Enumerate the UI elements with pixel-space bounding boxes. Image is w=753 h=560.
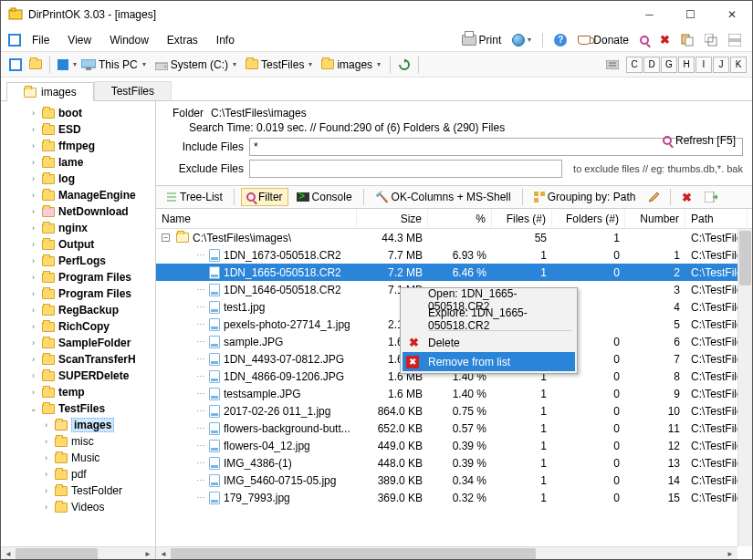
tool-copy[interactable] [677, 32, 697, 48]
ctx-delete[interactable]: ✖Delete [403, 333, 575, 352]
col-path[interactable]: Path [685, 209, 748, 228]
tree-node[interactable]: ›ffmpeg [3, 138, 153, 154]
tree-node[interactable]: ›SUPERDelete [3, 368, 153, 384]
drive-J[interactable]: J [713, 57, 729, 73]
tree-node[interactable]: ›PerfLogs [3, 253, 153, 269]
drive-I[interactable]: I [695, 57, 712, 73]
expand-icon[interactable]: ⌄ [28, 404, 38, 414]
donate-button[interactable]: Donate [574, 32, 633, 48]
tree-node[interactable]: ›Program Files [3, 285, 153, 302]
tool-magnify[interactable] [636, 34, 653, 47]
tool-delete[interactable]: ✖ [656, 31, 674, 48]
col-folders[interactable]: Folders (#) [552, 209, 625, 228]
tree-node[interactable]: ›boot [3, 105, 153, 121]
exclude-input[interactable] [249, 160, 562, 178]
table-row[interactable]: ⋯1DN_1673-050518.CR27.7 MB6.93 %101C:\Te… [156, 246, 752, 264]
tree-node[interactable]: ›Music [3, 450, 153, 466]
ctx-remove[interactable]: ✖Remove from list [403, 352, 575, 371]
minimize-button[interactable]: ─ [629, 1, 670, 28]
tree-node[interactable]: ›pdf [3, 466, 153, 482]
tree-node[interactable]: ›ManageEngine [3, 187, 153, 203]
grid-scroll-h[interactable]: ◄► [156, 546, 737, 560]
pathbar-up[interactable] [26, 58, 45, 70]
table-row[interactable]: ⋯testsample.JPG1.6 MB1.40 %109C:\TestFil… [156, 385, 752, 402]
tree-node[interactable]: ›lame [3, 154, 153, 171]
expand-icon[interactable]: › [28, 355, 38, 365]
print-button[interactable]: Print [458, 32, 506, 48]
tool-tile[interactable] [725, 32, 745, 48]
col-number[interactable]: Number [625, 209, 685, 228]
expand-icon[interactable]: › [41, 453, 51, 463]
expand-icon[interactable]: › [28, 289, 38, 299]
col-size[interactable]: Size [357, 209, 428, 228]
refresh-button[interactable]: Refresh [F5] [663, 134, 736, 147]
table-row[interactable]: ⋯IMG_5460-0715-05.jpg389.0 KB0.34 %1014C… [156, 472, 752, 489]
web-button[interactable]: ▾ [508, 32, 535, 48]
path-testfiles[interactable]: TestFiles▾ [243, 57, 317, 72]
table-row[interactable]: −C:\TestFiles\images\44.3 MB551C:\TestFi… [156, 229, 752, 246]
expand-icon[interactable]: › [28, 256, 38, 266]
expand-icon[interactable]: › [28, 125, 38, 135]
tree-node[interactable]: ›RichCopy [3, 318, 153, 335]
path-refresh[interactable] [395, 57, 413, 72]
expand-icon[interactable]: › [28, 306, 38, 316]
expand-icon[interactable]: › [41, 503, 51, 513]
tb-filter[interactable]: Filter [241, 188, 288, 206]
tree-node[interactable]: ›temp [3, 384, 153, 400]
tree-scroll-h[interactable]: ◄► [1, 546, 155, 560]
tree-node[interactable]: ›SampleFolder [3, 335, 153, 351]
table-row[interactable]: ⋯IMG_4386-(1)448.0 KB0.39 %1013C:\TestFi… [156, 454, 752, 472]
path-images[interactable]: images▾ [319, 57, 385, 72]
table-row[interactable]: ⋯179_7993.jpg369.0 KB0.32 %1015C:\TestFi… [156, 489, 752, 506]
expand-icon[interactable]: › [28, 240, 38, 250]
expand-icon[interactable]: › [28, 158, 38, 168]
collapse-icon[interactable]: − [162, 233, 170, 242]
tb-edit[interactable] [643, 190, 664, 204]
tree-node[interactable]: ›Videos [3, 499, 153, 515]
drive-C[interactable]: C [626, 57, 643, 73]
folder-tree[interactable]: ›boot›ESD›ffmpeg›lame›log›ManageEngine›N… [1, 101, 156, 560]
tree-node[interactable]: ›images [3, 417, 153, 433]
tree-node[interactable]: ›Program Files [3, 269, 153, 285]
table-row[interactable]: ⋯2017-02-26 011_1.jpg864.0 KB0.75 %1010C… [156, 402, 752, 420]
tree-node[interactable]: ›Output [3, 236, 153, 253]
menu-window[interactable]: Window [102, 32, 156, 48]
table-row[interactable]: ⋯flowers-background-butt...652.0 KB0.57 … [156, 420, 752, 437]
tb-treelist[interactable]: Tree-List [162, 189, 227, 205]
expand-icon[interactable]: › [28, 223, 38, 233]
menu-view[interactable]: View [60, 32, 99, 48]
tool-cascade[interactable] [701, 32, 721, 48]
maximize-button[interactable]: ☐ [670, 1, 711, 28]
menu-info[interactable]: Info [209, 32, 242, 48]
tree-node[interactable]: ›TestFolder [3, 482, 153, 499]
expand-icon[interactable]: › [28, 174, 38, 184]
expand-icon[interactable]: › [41, 486, 51, 496]
table-row[interactable]: ⋯flowers-04_12.jpg449.0 KB0.39 %1012C:\T… [156, 437, 752, 454]
menu-file[interactable]: File [25, 32, 57, 48]
path-thispc[interactable]: ▾ This PC▾ [55, 57, 151, 72]
menu-extras[interactable]: Extras [160, 32, 205, 48]
expand-icon[interactable]: › [41, 470, 51, 480]
drive-H[interactable]: H [678, 57, 695, 73]
tb-console[interactable]: >_Console [292, 189, 357, 205]
tree-node[interactable]: ›ESD [3, 121, 153, 138]
drive-D[interactable]: D [643, 57, 660, 73]
drive-G[interactable]: G [661, 57, 677, 73]
tree-node[interactable]: ›nginx [3, 220, 153, 236]
tb-okcolumns[interactable]: 🔨OK-Columns + MS-Shell [371, 189, 516, 205]
tab-images[interactable]: images [6, 82, 94, 101]
grid-scroll-v[interactable] [737, 229, 752, 546]
drive-letters-icon[interactable] [603, 57, 622, 73]
pathbar-new[interactable] [6, 57, 25, 72]
col-name[interactable]: Name [156, 209, 357, 228]
expand-icon[interactable]: › [28, 338, 38, 348]
expand-icon[interactable]: › [28, 371, 38, 381]
expand-icon[interactable]: › [28, 273, 38, 283]
tree-node[interactable]: ›log [3, 171, 153, 187]
tb-export[interactable] [700, 190, 722, 204]
tree-node[interactable]: ›misc [3, 433, 153, 450]
tb-grouping[interactable]: Grouping by: Path [529, 189, 641, 205]
app-menu-icon[interactable] [8, 34, 21, 47]
expand-icon[interactable]: › [41, 437, 51, 447]
tree-node[interactable]: ›RegBackup [3, 302, 153, 318]
